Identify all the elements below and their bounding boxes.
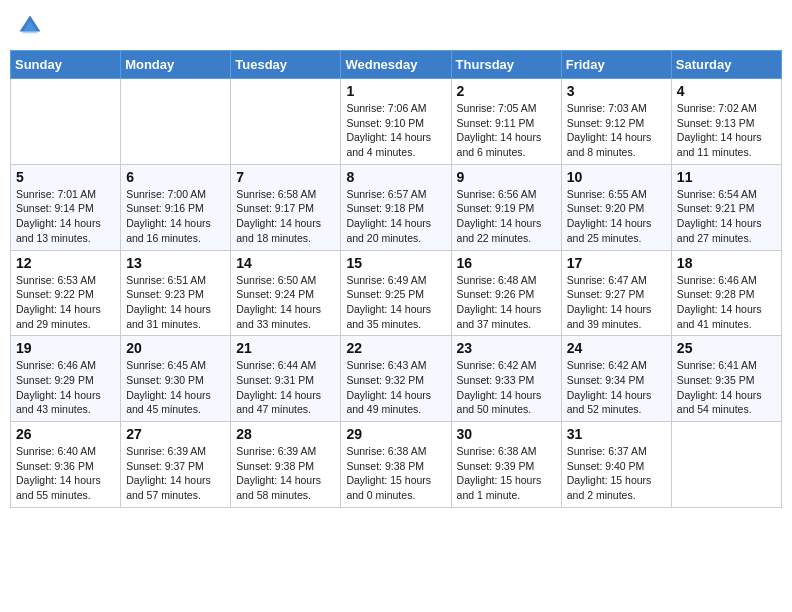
day-number: 23 <box>457 340 556 356</box>
day-number: 24 <box>567 340 666 356</box>
weekday-header-saturday: Saturday <box>671 51 781 79</box>
day-info: Sunrise: 7:06 AM Sunset: 9:10 PM Dayligh… <box>346 101 445 160</box>
calendar-table: SundayMondayTuesdayWednesdayThursdayFrid… <box>10 50 782 508</box>
calendar-cell: 12Sunrise: 6:53 AM Sunset: 9:22 PM Dayli… <box>11 250 121 336</box>
day-number: 5 <box>16 169 115 185</box>
weekday-header-tuesday: Tuesday <box>231 51 341 79</box>
day-info: Sunrise: 6:51 AM Sunset: 9:23 PM Dayligh… <box>126 273 225 332</box>
day-number: 29 <box>346 426 445 442</box>
weekday-header-wednesday: Wednesday <box>341 51 451 79</box>
calendar-cell <box>11 79 121 165</box>
day-info: Sunrise: 6:43 AM Sunset: 9:32 PM Dayligh… <box>346 358 445 417</box>
day-info: Sunrise: 6:39 AM Sunset: 9:37 PM Dayligh… <box>126 444 225 503</box>
weekday-header-monday: Monday <box>121 51 231 79</box>
day-number: 10 <box>567 169 666 185</box>
day-info: Sunrise: 6:50 AM Sunset: 9:24 PM Dayligh… <box>236 273 335 332</box>
calendar-cell: 22Sunrise: 6:43 AM Sunset: 9:32 PM Dayli… <box>341 336 451 422</box>
day-number: 7 <box>236 169 335 185</box>
day-info: Sunrise: 6:53 AM Sunset: 9:22 PM Dayligh… <box>16 273 115 332</box>
calendar-cell: 1Sunrise: 7:06 AM Sunset: 9:10 PM Daylig… <box>341 79 451 165</box>
calendar-cell: 6Sunrise: 7:00 AM Sunset: 9:16 PM Daylig… <box>121 164 231 250</box>
day-number: 6 <box>126 169 225 185</box>
day-number: 2 <box>457 83 556 99</box>
calendar-cell: 3Sunrise: 7:03 AM Sunset: 9:12 PM Daylig… <box>561 79 671 165</box>
day-info: Sunrise: 6:57 AM Sunset: 9:18 PM Dayligh… <box>346 187 445 246</box>
calendar-week-1: 1Sunrise: 7:06 AM Sunset: 9:10 PM Daylig… <box>11 79 782 165</box>
day-info: Sunrise: 7:00 AM Sunset: 9:16 PM Dayligh… <box>126 187 225 246</box>
day-number: 28 <box>236 426 335 442</box>
calendar-cell: 21Sunrise: 6:44 AM Sunset: 9:31 PM Dayli… <box>231 336 341 422</box>
day-number: 13 <box>126 255 225 271</box>
day-info: Sunrise: 6:55 AM Sunset: 9:20 PM Dayligh… <box>567 187 666 246</box>
day-info: Sunrise: 7:02 AM Sunset: 9:13 PM Dayligh… <box>677 101 776 160</box>
day-number: 16 <box>457 255 556 271</box>
calendar-cell <box>671 422 781 508</box>
day-number: 26 <box>16 426 115 442</box>
day-number: 30 <box>457 426 556 442</box>
day-info: Sunrise: 6:58 AM Sunset: 9:17 PM Dayligh… <box>236 187 335 246</box>
day-number: 31 <box>567 426 666 442</box>
day-number: 22 <box>346 340 445 356</box>
calendar-cell: 27Sunrise: 6:39 AM Sunset: 9:37 PM Dayli… <box>121 422 231 508</box>
day-info: Sunrise: 6:46 AM Sunset: 9:28 PM Dayligh… <box>677 273 776 332</box>
day-number: 25 <box>677 340 776 356</box>
day-info: Sunrise: 6:38 AM Sunset: 9:39 PM Dayligh… <box>457 444 556 503</box>
day-info: Sunrise: 6:45 AM Sunset: 9:30 PM Dayligh… <box>126 358 225 417</box>
calendar-cell: 10Sunrise: 6:55 AM Sunset: 9:20 PM Dayli… <box>561 164 671 250</box>
day-number: 9 <box>457 169 556 185</box>
day-info: Sunrise: 6:49 AM Sunset: 9:25 PM Dayligh… <box>346 273 445 332</box>
weekday-header-row: SundayMondayTuesdayWednesdayThursdayFrid… <box>11 51 782 79</box>
calendar-cell <box>231 79 341 165</box>
day-info: Sunrise: 6:44 AM Sunset: 9:31 PM Dayligh… <box>236 358 335 417</box>
calendar-cell: 13Sunrise: 6:51 AM Sunset: 9:23 PM Dayli… <box>121 250 231 336</box>
page-header <box>10 10 782 42</box>
calendar-cell: 5Sunrise: 7:01 AM Sunset: 9:14 PM Daylig… <box>11 164 121 250</box>
calendar-cell: 15Sunrise: 6:49 AM Sunset: 9:25 PM Dayli… <box>341 250 451 336</box>
calendar-cell <box>121 79 231 165</box>
day-number: 27 <box>126 426 225 442</box>
day-info: Sunrise: 6:54 AM Sunset: 9:21 PM Dayligh… <box>677 187 776 246</box>
calendar-week-5: 26Sunrise: 6:40 AM Sunset: 9:36 PM Dayli… <box>11 422 782 508</box>
day-number: 15 <box>346 255 445 271</box>
calendar-cell: 7Sunrise: 6:58 AM Sunset: 9:17 PM Daylig… <box>231 164 341 250</box>
day-info: Sunrise: 6:42 AM Sunset: 9:33 PM Dayligh… <box>457 358 556 417</box>
day-info: Sunrise: 6:37 AM Sunset: 9:40 PM Dayligh… <box>567 444 666 503</box>
weekday-header-sunday: Sunday <box>11 51 121 79</box>
calendar-week-3: 12Sunrise: 6:53 AM Sunset: 9:22 PM Dayli… <box>11 250 782 336</box>
calendar-week-2: 5Sunrise: 7:01 AM Sunset: 9:14 PM Daylig… <box>11 164 782 250</box>
calendar-header: SundayMondayTuesdayWednesdayThursdayFrid… <box>11 51 782 79</box>
day-number: 14 <box>236 255 335 271</box>
day-number: 4 <box>677 83 776 99</box>
day-number: 12 <box>16 255 115 271</box>
day-number: 8 <box>346 169 445 185</box>
day-info: Sunrise: 6:38 AM Sunset: 9:38 PM Dayligh… <box>346 444 445 503</box>
logo-icon <box>18 14 42 38</box>
calendar-cell: 23Sunrise: 6:42 AM Sunset: 9:33 PM Dayli… <box>451 336 561 422</box>
calendar-cell: 29Sunrise: 6:38 AM Sunset: 9:38 PM Dayli… <box>341 422 451 508</box>
day-info: Sunrise: 7:05 AM Sunset: 9:11 PM Dayligh… <box>457 101 556 160</box>
logo <box>18 14 46 38</box>
day-info: Sunrise: 6:56 AM Sunset: 9:19 PM Dayligh… <box>457 187 556 246</box>
day-number: 19 <box>16 340 115 356</box>
calendar-cell: 19Sunrise: 6:46 AM Sunset: 9:29 PM Dayli… <box>11 336 121 422</box>
calendar-cell: 16Sunrise: 6:48 AM Sunset: 9:26 PM Dayli… <box>451 250 561 336</box>
calendar-cell: 30Sunrise: 6:38 AM Sunset: 9:39 PM Dayli… <box>451 422 561 508</box>
calendar-cell: 31Sunrise: 6:37 AM Sunset: 9:40 PM Dayli… <box>561 422 671 508</box>
calendar-body: 1Sunrise: 7:06 AM Sunset: 9:10 PM Daylig… <box>11 79 782 508</box>
calendar-cell: 11Sunrise: 6:54 AM Sunset: 9:21 PM Dayli… <box>671 164 781 250</box>
day-number: 11 <box>677 169 776 185</box>
calendar-cell: 20Sunrise: 6:45 AM Sunset: 9:30 PM Dayli… <box>121 336 231 422</box>
calendar-cell: 14Sunrise: 6:50 AM Sunset: 9:24 PM Dayli… <box>231 250 341 336</box>
day-number: 17 <box>567 255 666 271</box>
day-number: 18 <box>677 255 776 271</box>
day-info: Sunrise: 6:41 AM Sunset: 9:35 PM Dayligh… <box>677 358 776 417</box>
day-info: Sunrise: 7:01 AM Sunset: 9:14 PM Dayligh… <box>16 187 115 246</box>
calendar-cell: 4Sunrise: 7:02 AM Sunset: 9:13 PM Daylig… <box>671 79 781 165</box>
calendar-cell: 26Sunrise: 6:40 AM Sunset: 9:36 PM Dayli… <box>11 422 121 508</box>
day-info: Sunrise: 6:48 AM Sunset: 9:26 PM Dayligh… <box>457 273 556 332</box>
day-info: Sunrise: 6:42 AM Sunset: 9:34 PM Dayligh… <box>567 358 666 417</box>
day-info: Sunrise: 6:40 AM Sunset: 9:36 PM Dayligh… <box>16 444 115 503</box>
calendar-cell: 18Sunrise: 6:46 AM Sunset: 9:28 PM Dayli… <box>671 250 781 336</box>
calendar-cell: 2Sunrise: 7:05 AM Sunset: 9:11 PM Daylig… <box>451 79 561 165</box>
calendar-cell: 9Sunrise: 6:56 AM Sunset: 9:19 PM Daylig… <box>451 164 561 250</box>
